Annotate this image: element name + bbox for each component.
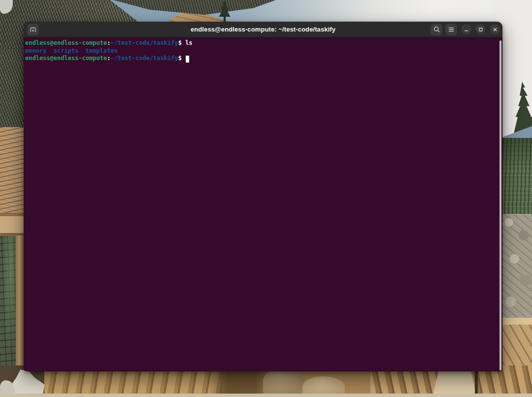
terminal-text-segment: endless@endless-compute	[25, 55, 107, 62]
wallpaper-rocky-scree	[502, 214, 532, 321]
terminal-window: endless@endless-compute: ~/test-code/tas…	[24, 22, 502, 371]
wallpaper-green-shingles	[0, 236, 18, 373]
menu-icon	[448, 26, 455, 33]
terminal-text-segment: templates	[86, 47, 118, 54]
wallpaper-stone-slab	[432, 370, 477, 397]
terminal-text-segment: ~/test-code/taskify	[110, 39, 178, 46]
new-tab-button[interactable]	[27, 24, 39, 35]
scrollbar[interactable]	[499, 39, 502, 370]
search-icon	[433, 26, 440, 33]
minimize-icon	[464, 27, 469, 33]
terminal-text-segment: scripts	[54, 47, 79, 54]
maximize-button[interactable]	[475, 24, 486, 34]
terminal-line: endless@endless-compute:~/test-code/task…	[25, 55, 499, 63]
terminal-line: endless@endless-compute:~/test-code/task…	[25, 39, 499, 47]
terminal-text-segment: ~/test-code/taskify	[110, 55, 178, 62]
new-tab-icon	[29, 26, 37, 33]
wallpaper-wood-beam	[0, 213, 24, 238]
terminal-headerbar[interactable]: endless@endless-compute: ~/test-code/tas…	[24, 22, 502, 37]
terminal-text-segment: $	[178, 39, 185, 46]
scrollbar-thumb[interactable]	[499, 40, 501, 370]
headerbar-controls	[431, 24, 500, 35]
wallpaper-twigs-left	[0, 49, 24, 131]
terminal-text-segment: memory	[25, 47, 46, 54]
wallpaper-tan-shingles	[0, 127, 24, 216]
terminal-text-segment: ls	[185, 39, 192, 46]
terminal-text-segment: $	[178, 55, 185, 62]
wallpaper-wood-post	[16, 235, 24, 374]
close-icon	[492, 27, 498, 33]
terminal-text-segment	[78, 47, 85, 54]
close-button[interactable]	[490, 24, 500, 34]
terminal-line: memory scripts templates	[25, 47, 499, 55]
terminal-cursor	[186, 56, 189, 63]
terminal-lines: endless@endless-compute:~/test-code/task…	[25, 39, 499, 63]
terminal-text-segment	[46, 47, 53, 54]
wallpaper-bottom-edge	[0, 394, 532, 397]
search-button[interactable]	[431, 24, 442, 35]
wallpaper-rock-large	[263, 368, 304, 397]
terminal-screen[interactable]: endless@endless-compute:~/test-code/task…	[24, 37, 502, 371]
minimize-button[interactable]	[461, 24, 471, 34]
terminal-text-segment: endless@endless-compute	[25, 39, 107, 46]
menu-button[interactable]	[445, 24, 457, 35]
wallpaper-forest-slope	[502, 138, 532, 216]
maximize-icon	[478, 27, 484, 33]
